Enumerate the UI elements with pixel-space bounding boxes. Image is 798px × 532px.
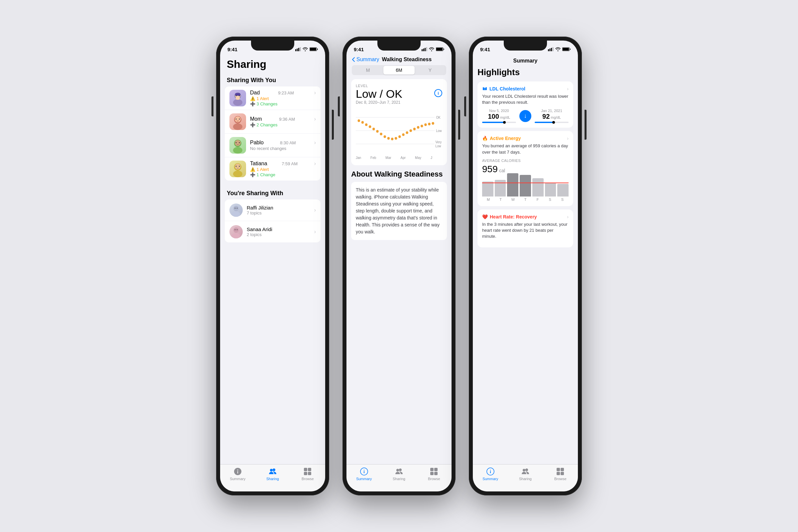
- svg-point-22: [239, 142, 240, 143]
- bar-label-t2: T: [519, 197, 531, 202]
- calorie-chart-label: Average Calories: [482, 158, 569, 163]
- contact-name-sanaa: Sanaa Aridi: [247, 226, 312, 232]
- tab-browse-3[interactable]: Browse: [543, 467, 578, 481]
- wifi-icon-2: [429, 47, 434, 51]
- svg-rect-83: [563, 48, 569, 51]
- contact-mom[interactable]: Mom 9:36 AM › ➕ 2 Changes: [225, 110, 321, 134]
- tab-browse-2[interactable]: Browse: [417, 467, 452, 481]
- bar-m: [482, 182, 493, 196]
- active-energy-card: 🔥 Active Energy › You burned an average …: [477, 131, 573, 206]
- tab-summary-2[interactable]: Summary: [346, 467, 381, 481]
- ldl-bar-fill-1: [482, 122, 504, 123]
- svg-rect-37: [308, 468, 311, 471]
- bar-label-s1: S: [544, 197, 556, 202]
- contact-raffi[interactable]: Raffi Jilizian 7 topics ›: [225, 200, 321, 221]
- svg-rect-86: [483, 87, 484, 90]
- status-time-3: 9:41: [480, 46, 490, 52]
- svg-point-52: [369, 125, 371, 128]
- svg-rect-42: [424, 48, 425, 51]
- date-range: Dec 8, 2020–Jun 7, 2021: [356, 100, 442, 105]
- svg-point-19: [235, 140, 241, 146]
- svg-point-67: [424, 124, 426, 126]
- summary-page-title: Summary: [473, 55, 578, 67]
- svg-rect-0: [295, 49, 296, 51]
- active-energy-label: Active Energy: [490, 136, 521, 141]
- heart-rate-label: Heart Rate: Recovery: [490, 214, 537, 220]
- back-chevron-icon: [352, 57, 355, 62]
- about-title: About Walking Steadiness: [351, 170, 447, 178]
- chevron-sanaa: ›: [314, 229, 316, 235]
- tab-bar-3: Summary Sharing Browse: [473, 464, 578, 491]
- tab-browse-1[interactable]: Browse: [290, 467, 325, 481]
- contact-dad[interactable]: Dad 9:23 AM › ⚠️ 1 Alert ➕ 3 Changes: [225, 87, 321, 110]
- contact-topics-sanaa: 2 topics: [247, 232, 312, 237]
- chevron-mom: ›: [314, 116, 316, 122]
- phone-2-walking: 9:41: [342, 37, 456, 495]
- back-to-summary[interactable]: Summary: [352, 57, 379, 62]
- time-seg-m[interactable]: M: [353, 66, 383, 75]
- status-icons-1: [295, 47, 318, 51]
- svg-rect-38: [304, 472, 307, 475]
- svg-point-59: [395, 137, 397, 140]
- contact-name-dad: Dad: [250, 90, 260, 96]
- contact-no-change-pablo: No recent changes: [250, 146, 316, 151]
- bar-t2: [520, 175, 531, 196]
- svg-point-66: [421, 125, 423, 127]
- tab-sharing-icon-2: [395, 467, 403, 476]
- signal-icon-1: [295, 47, 301, 51]
- info-icon[interactable]: i: [434, 89, 442, 97]
- bar-label-w: W: [507, 197, 519, 202]
- chart-month-mar: Mar: [385, 156, 391, 159]
- tab-sharing-1[interactable]: Sharing: [255, 467, 290, 481]
- svg-point-51: [365, 124, 367, 126]
- contact-tatiana[interactable]: Tatiana 7:59 AM › ⚠️ 1 Alert ➕ 1 Change: [225, 157, 321, 180]
- chart-month-j: J: [431, 156, 432, 159]
- svg-point-25: [233, 171, 242, 177]
- ldl-comparison: Nov 5, 2020 100 mg/dL ↓ Jan 21, 2021: [482, 109, 569, 123]
- chevron-tatiana: ›: [314, 160, 316, 167]
- tab-summary-1[interactable]: Summary: [220, 467, 255, 481]
- tab-summary-label-1: Summary: [230, 477, 245, 481]
- avatar-mom: [229, 113, 246, 130]
- chart-month-apr: Apr: [401, 156, 406, 159]
- svg-rect-5: [310, 48, 316, 51]
- svg-point-26: [236, 166, 237, 167]
- svg-rect-80: [551, 48, 552, 51]
- svg-point-33: [232, 233, 240, 239]
- ldl-bar-fill-2: [535, 122, 553, 123]
- tab-sharing-2[interactable]: Sharing: [381, 467, 416, 481]
- heart-rate-card: ❤️ Heart Rate: Recovery › In the 3 minut…: [477, 209, 573, 248]
- avatar-sanaa: [229, 225, 243, 239]
- svg-point-56: [384, 135, 386, 138]
- contact-topics-raffi: 7 topics: [247, 210, 312, 215]
- svg-point-69: [432, 122, 434, 125]
- time-seg-6m[interactable]: 6M: [383, 66, 414, 75]
- summary-content: Summary Highlights: [473, 55, 578, 464]
- svg-point-53: [373, 128, 375, 130]
- chevron-raffi: ›: [314, 207, 316, 213]
- sharing-content: Sharing Sharing With You Dad 9:23 AM: [220, 55, 325, 464]
- summary-screen: Summary Highlights: [473, 55, 578, 491]
- svg-rect-36: [304, 468, 307, 471]
- contact-pablo[interactable]: Pablo 8:30 AM › No recent changes: [225, 134, 321, 157]
- nav-header-2: Summary Walking Steadiness: [346, 55, 452, 65]
- battery-icon-1: [309, 47, 318, 51]
- bar-s1: [545, 183, 556, 196]
- svg-point-62: [406, 131, 408, 134]
- ldl-type: LDL Cholesterol: [482, 86, 525, 92]
- svg-point-32: [233, 227, 239, 233]
- svg-rect-1: [297, 49, 298, 51]
- avatar-tatiana: [229, 160, 246, 177]
- tab-summary-3[interactable]: Summary: [473, 467, 508, 481]
- phone-1-sharing: 9:41: [216, 37, 329, 495]
- contact-sanaa[interactable]: Sanaa Aridi 2 topics ›: [225, 221, 321, 242]
- avatar-dad: [229, 90, 246, 107]
- ldl-date-2: Jan 21, 2021: [535, 109, 569, 113]
- svg-point-12: [239, 95, 240, 96]
- bar-label-s2: S: [556, 197, 569, 202]
- sharing-header: Sharing: [220, 55, 325, 73]
- svg-rect-41: [423, 49, 424, 51]
- walking-chart: OK Low Very Low Jan Feb Mar Apr May J: [356, 108, 442, 160]
- tab-sharing-3[interactable]: Sharing: [508, 467, 543, 481]
- time-seg-y[interactable]: Y: [415, 66, 445, 75]
